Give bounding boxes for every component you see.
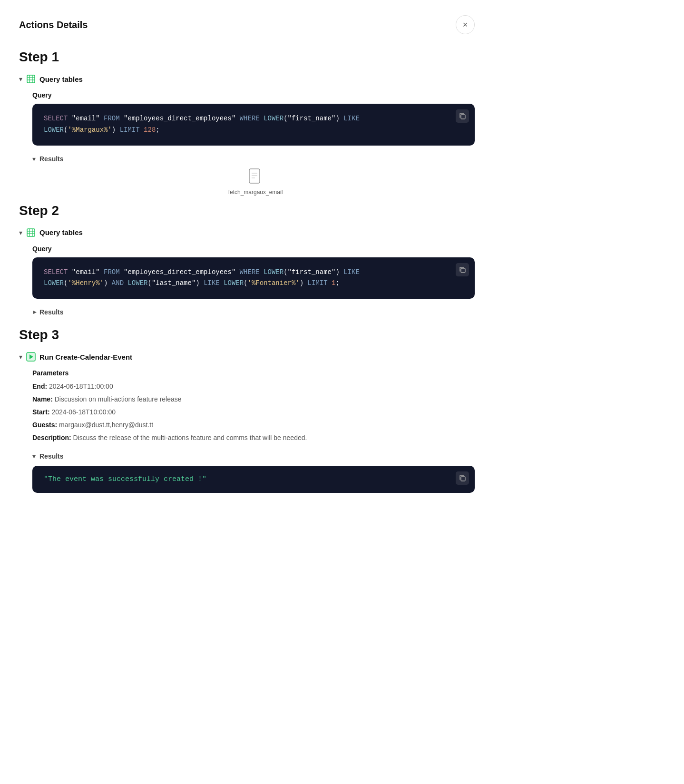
s2-val2: '%Fontanier%' [248,279,300,287]
s2-col2: "first_name" [288,268,336,276]
step-2-query-label: Query [32,245,475,253]
svg-rect-10 [27,229,35,236]
step-1-content: Query SELECT "email" FROM "employees_dir… [19,91,475,196]
panel-header: Actions Details × [19,15,475,34]
param-name: Name: Discussion on multi-actions featur… [32,394,475,404]
step-1-results-label: Results [39,155,64,163]
s2-from-kw: FROM [104,268,120,276]
step-2-content: Query SELECT "email" FROM "employees_dir… [19,245,475,316]
param-guests: Guests: margaux@dust.tt,henry@dust.tt [32,420,475,430]
step-1-results-row: ▾ Results [32,155,475,163]
step-3-action-label: Run Create-Calendar-Event [39,353,132,361]
step-2-copy-button[interactable] [456,263,469,276]
actions-details-panel: Actions Details × Step 1 ▾ Query tables … [0,0,494,784]
code-val1: '%Margaux%' [68,126,111,134]
s2-p4: ) [104,279,107,287]
step-3-title: Step 3 [19,327,475,343]
param-guests-value: margaux@dust.tt,henry@dust.tt [59,421,153,429]
code-paren4: ) [112,126,116,134]
param-end-key: End: [32,382,47,390]
svg-rect-19 [461,477,465,481]
step-1-action-row: ▾ Query tables [19,74,475,84]
close-icon: × [463,20,468,30]
step-2-table-icon [26,228,36,237]
s2-semi: ; [335,279,339,287]
step-2-action-row: ▾ Query tables [19,228,475,237]
s2-p8: ) [300,279,303,287]
code-table: "employees_direct_employees" [124,115,240,122]
step-1-file-label: fetch_margaux_email [228,189,283,196]
s2-lower1-kw: LOWER [264,268,283,276]
step-3-result-block: "The event was successfully created !" [32,466,475,493]
s2-and-kw: AND [112,279,128,287]
step-1-title: Step 1 [19,49,475,65]
step-3-action-row: ▾ Run Create-Calendar-Event [19,352,475,362]
s2-lower2-kw: LOWER [44,279,64,287]
step-3-run-icon [26,352,36,362]
param-start-key: Start: [32,408,50,416]
code-col2: "first_name" [288,115,336,122]
code-paren2: ) [335,115,339,122]
s2-lower4-kw: LOWER [224,279,244,287]
svg-rect-6 [249,169,260,183]
code-paren1: ( [283,115,287,122]
s2-col3: "last_name" [152,279,195,287]
s2-limit-kw: LIMIT [308,279,332,287]
param-name-key: Name: [32,395,53,403]
step-2-chevron-icon[interactable]: ▾ [19,229,22,236]
param-desc-key: Description: [32,434,71,441]
code-select-kw: SELECT [44,115,68,122]
step-1-copy-button[interactable] [456,109,469,123]
step-1-results-chevron[interactable]: ▾ [32,155,36,163]
step-2-section: Step 2 ▾ Query tables Query [19,203,475,316]
step-1-file-icon [249,168,262,187]
code-semi1: ; [156,126,159,134]
s2-lower3-kw: LOWER [127,279,147,287]
param-end-value: 2024-06-18T11:00:00 [49,382,113,390]
param-desc: Description: Discuss the release of the … [32,433,475,443]
s2-p2: ) [335,268,339,276]
code-lower2-kw: LOWER [44,126,64,134]
step-3-params-label: Parameters [32,369,475,377]
step-3-copy-button[interactable] [456,471,469,485]
param-desc-value: Discuss the release of the multi-actions… [73,434,307,441]
step-3-results-chevron[interactable]: ▾ [32,452,36,460]
param-start-value: 2024-06-18T10:00:00 [51,408,116,416]
svg-rect-5 [461,115,465,119]
step-1-section: Step 1 ▾ Query tables Query [19,49,475,196]
step-3-results-row: ▾ Results [32,452,475,460]
s2-val1: '%Henry%' [68,279,104,287]
step-1-chevron-icon[interactable]: ▾ [19,75,22,83]
s2-like2-kw: LIKE [204,279,224,287]
code-col: "email" [72,115,104,122]
s2-p6: ) [195,279,199,287]
step-3-result-text: "The event was successfully created !" [44,475,206,483]
s2-p5: ( [147,279,151,287]
s2-select-kw: SELECT [44,268,68,276]
step-2-results-chevron[interactable]: ▾ [30,311,38,314]
code-where-kw: WHERE [240,115,260,122]
s2-col: "email" [72,268,104,276]
code-limit-kw: LIMIT [120,126,144,134]
step-3-params-block: End: 2024-06-18T11:00:00 Name: Discussio… [32,382,475,443]
step-1-action-label: Query tables [39,75,83,83]
param-name-value: Discussion on multi-actions feature rele… [55,395,182,403]
code-num: 128 [144,126,156,134]
step-1-table-icon [26,74,36,84]
step-3-chevron-icon[interactable]: ▾ [19,353,22,361]
step-1-result-file: fetch_margaux_email [36,168,475,196]
svg-rect-15 [461,268,465,273]
step-2-results-row: ▾ Results [32,308,475,316]
step-2-title: Step 2 [19,203,475,218]
s2-table: "employees_direct_employees" [124,268,240,276]
s2-where-kw: WHERE [240,268,260,276]
step-2-action-label: Query tables [39,228,83,236]
panel-title: Actions Details [19,20,88,30]
step-2-results-label: Results [39,308,64,316]
step-3-content: Parameters End: 2024-06-18T11:00:00 Name… [19,369,475,493]
step-1-query-label: Query [32,91,475,99]
code-like-kw: LIKE [343,115,360,122]
close-button[interactable]: × [456,15,475,34]
step-2-code-block: SELECT "email" FROM "employees_direct_em… [32,257,475,299]
step-3-results-label: Results [39,452,64,460]
